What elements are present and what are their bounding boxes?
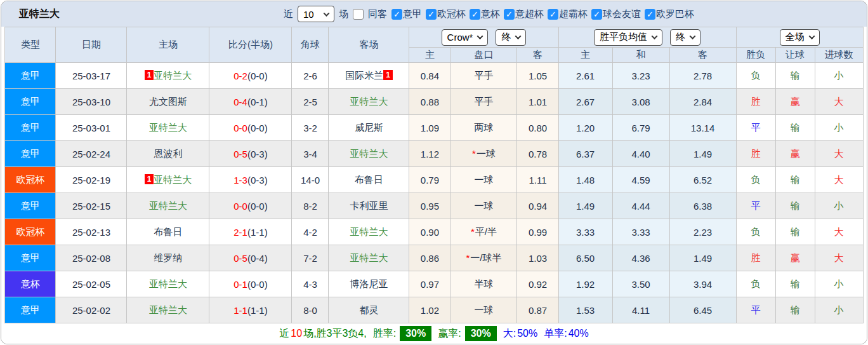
competition-checkbox[interactable]: ✓ <box>470 9 480 20</box>
home-team-name[interactable]: 亚特兰大 <box>149 122 187 133</box>
goals-result-cell: 小 <box>815 271 863 297</box>
avg-home-odds: 1.92 <box>558 271 612 297</box>
home-team-name[interactable]: 恩波利 <box>154 148 182 159</box>
chevron-down-icon <box>652 33 658 39</box>
score-cell: 1-1(1-1) <box>209 297 292 323</box>
win-rate-badge: 30% <box>400 326 431 341</box>
competition-item: ✓ 超霸杯 <box>548 8 588 20</box>
result-cell: 负 <box>736 271 775 297</box>
table-row: 意甲 25-03-17 1亚特兰大 0-2(0-0) 2-6 国际米兰1 0.8… <box>5 63 863 89</box>
fulltime-score: 1-3 <box>233 175 247 186</box>
handicap-name: 半球 <box>474 278 493 289</box>
home-team-name[interactable]: 亚特兰大 <box>149 278 187 289</box>
fulltime-score: 0-0 <box>233 123 247 133</box>
competition-item: ✓ 欧冠杯 <box>426 8 466 20</box>
competition-label: 超霸杯 <box>559 8 588 20</box>
handicap-line-cell: 平手 <box>450 63 517 89</box>
handicap-name: 一球 <box>474 174 493 185</box>
handicap-result-cell: 输 <box>775 271 815 297</box>
away-team-name[interactable]: 威尼斯 <box>355 122 383 133</box>
handicap-line-cell: *平/半 <box>450 219 517 245</box>
handicap-name: 一球 <box>477 148 496 159</box>
away-team-name[interactable]: 亚特兰大 <box>350 252 388 263</box>
home-team-cell: 1亚特兰大 <box>127 63 209 89</box>
result-cell: 胜 <box>736 141 775 167</box>
handicap-star: * <box>466 252 470 263</box>
avg-home-odds: 6.37 <box>558 141 612 167</box>
chevron-down-icon <box>324 10 330 17</box>
away-team-name[interactable]: 卡利亚里 <box>350 200 388 211</box>
halftime-score: (0-4) <box>247 253 268 264</box>
home-team-name[interactable]: 亚特兰大 <box>149 304 187 315</box>
home-team-name[interactable]: 尤文图斯 <box>149 96 187 107</box>
handicap-result-cell: 赢 <box>775 245 815 271</box>
avg-metric-select[interactable]: 胜平负均值 <box>594 29 662 46</box>
home-rank-badge: 1 <box>145 70 154 80</box>
away-handicap-odds: 0.94 <box>517 193 558 219</box>
handicap-line-cell: 半球 <box>450 271 517 297</box>
fulltime-score: 0-1 <box>233 279 247 290</box>
result-cell: 胜 <box>736 245 775 271</box>
away-handicap-odds: 0.87 <box>517 297 558 323</box>
score-cell: 0-4(0-1) <box>209 89 292 115</box>
sub-header-handicap-result: 让球 <box>775 48 815 63</box>
score-cell: 2-1(1-1) <box>209 219 292 245</box>
handicap-rate-badge: 30% <box>465 326 497 341</box>
team-title: 亚特兰大 <box>1 8 60 21</box>
competition-checkbox[interactable]: ✓ <box>645 9 655 20</box>
avg-status-select[interactable]: 终 <box>670 29 700 46</box>
col-header-away: 客场 <box>329 27 409 63</box>
league-badge: 意甲 <box>5 115 56 141</box>
competition-item: ✓ 意杯 <box>470 8 500 20</box>
home-team-name[interactable]: 布鲁日 <box>154 226 182 237</box>
home-team-name[interactable]: 亚特兰大 <box>154 174 192 185</box>
competition-checkbox[interactable]: ✓ <box>426 9 437 20</box>
away-team-name[interactable]: 布鲁日 <box>355 174 383 185</box>
filter-controls: 近 10 场 同客 ✓ 意甲 ✓ 欧冠杯 ✓ 意杯 ✓ 意超杯 ✓ 超霸杯 ✓ … <box>284 6 694 22</box>
competition-label: 意甲 <box>403 8 422 20</box>
handicap-name: 平/半 <box>475 226 497 237</box>
competition-checkbox[interactable]: ✓ <box>548 9 558 20</box>
away-team-name[interactable]: 亚特兰大 <box>350 96 388 107</box>
handicap-result-cell: 输 <box>775 167 815 193</box>
away-team-name[interactable]: 博洛尼亚 <box>350 278 388 289</box>
table-row: 意甲 25-02-02 亚特兰大 1-1(1-1) 8-0 都灵 1.02 一球… <box>5 297 863 323</box>
competition-checkbox[interactable]: ✓ <box>591 9 602 20</box>
home-handicap-odds: 0.79 <box>409 167 450 193</box>
away-team-cell: 亚特兰大 <box>329 141 409 167</box>
handicap-line-cell: 平手 <box>450 89 517 115</box>
handicap-status-select[interactable]: 终 <box>496 29 526 46</box>
score-cell: 0-5(0-3) <box>209 141 292 167</box>
competition-checkbox[interactable]: ✓ <box>391 9 402 20</box>
bookmaker-select[interactable]: Crow* <box>442 29 489 46</box>
competition-label: 意杯 <box>481 8 500 20</box>
match-date: 25-02-08 <box>56 245 127 271</box>
result-cell: 平 <box>736 193 775 219</box>
away-team-name[interactable]: 国际米兰 <box>345 70 383 81</box>
match-date: 25-02-02 <box>56 297 127 323</box>
result-cell: 负 <box>736 63 775 89</box>
competition-checkbox[interactable]: ✓ <box>504 9 515 20</box>
home-team-name[interactable]: 亚特兰大 <box>154 70 192 81</box>
away-team-name[interactable]: 亚特兰大 <box>350 148 388 159</box>
handicap-star: * <box>472 148 476 159</box>
fulltime-score: 1-1 <box>233 305 247 316</box>
scope-select[interactable]: 全场 <box>780 29 820 46</box>
goals-result-cell: 小 <box>815 63 863 89</box>
away-handicap-odds: 1.03 <box>517 245 558 271</box>
away-team-cell: 亚特兰大 <box>329 245 409 271</box>
same-away-checkbox[interactable] <box>353 9 364 20</box>
table-header: 类型 日期 主场 比分(半场) 角球 客场 Crow* 终 <box>5 27 863 63</box>
home-team-name[interactable]: 维罗纳 <box>154 252 182 263</box>
avg-draw-odds: 3.33 <box>612 219 669 245</box>
away-team-name[interactable]: 都灵 <box>359 304 378 315</box>
handicap-result-cell: 输 <box>775 219 815 245</box>
halftime-score: (1-1) <box>247 305 268 316</box>
sub-header-avg-away: 客 <box>669 48 736 63</box>
competition-label: 意超杯 <box>515 8 544 20</box>
handicap-result-cell: 输 <box>775 297 815 323</box>
home-team-name[interactable]: 亚特兰大 <box>149 200 187 211</box>
recent-count-select[interactable]: 10 <box>298 6 334 22</box>
away-team-name[interactable]: 亚特兰大 <box>350 226 388 237</box>
fulltime-score: 2-1 <box>233 227 247 238</box>
